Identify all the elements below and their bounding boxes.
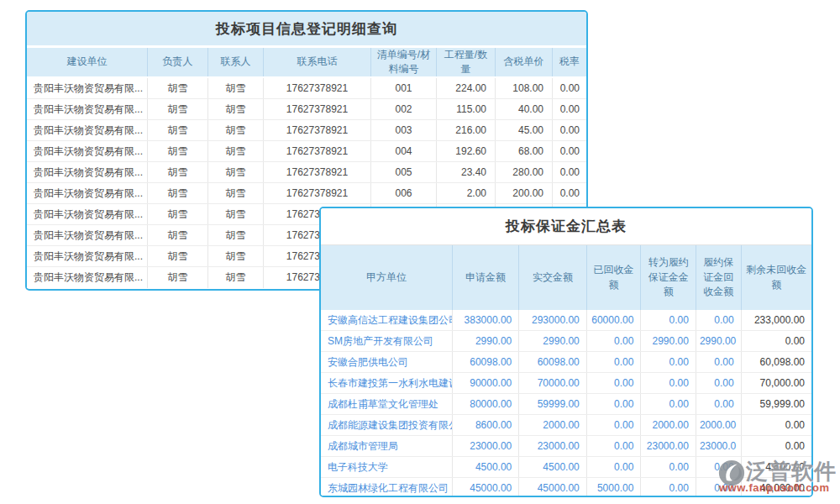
table-cell: 2000.00 [519,415,586,435]
table-cell: 0.00 [641,310,696,330]
table-cell: 0.00 [696,394,742,414]
table-cell: 胡雪 [148,141,208,161]
table-cell: 60098.00 [453,352,519,372]
table-cell: 胡雪 [208,225,264,245]
table-row[interactable]: 贵阳丰沃物资贸易有限...胡雪胡雪176273789210062.00200.0… [27,183,586,204]
table-cell: 90000.00 [453,373,519,393]
table-cell: 17627378921 [264,183,371,203]
column-header: 联系电话 [264,48,371,76]
table-cell: 2990.00 [641,331,696,351]
table-row[interactable]: 贵阳丰沃物资贸易有限...胡雪胡雪1762737892100523.40280.… [27,162,586,183]
table-cell: 2000.00 [641,415,696,435]
table-cell: 0.00 [696,457,742,477]
table-cell: 安徽合肥供电公司 [321,352,453,372]
table-row[interactable]: SM房地产开发有限公司2990.002990.000.002990.002990… [321,331,811,352]
table-cell: 胡雪 [208,120,264,140]
column-header: 履约保证金回收金额 [696,245,742,310]
column-header: 已回收金额 [587,245,642,310]
table-cell: 0.00 [553,162,586,182]
table-cell: 0.00 [641,457,696,477]
column-header: 负责人 [148,48,208,76]
table-cell: 60098.00 [519,352,586,372]
table-cell: 23000.0 [696,436,742,456]
table-cell: 胡雪 [208,141,264,161]
table-cell: 115.00 [437,99,496,119]
table-cell: 005 [371,162,437,182]
table-row[interactable]: 安徽合肥供电公司60098.0060098.000.000.000.0060,0… [321,352,811,373]
column-header: 申请金额 [453,245,519,310]
table-cell: 贵阳丰沃物资贸易有限... [27,78,148,98]
table-cell: 001 [371,78,437,98]
table-cell: 贵阳丰沃物资贸易有限... [27,141,148,161]
column-header: 建设单位 [27,48,148,76]
table-cell: 2990.00 [519,331,586,351]
table-cell: 贵阳丰沃物资贸易有限... [27,225,148,245]
table-cell: 0.00 [553,99,586,119]
table-row[interactable]: 安徽高信达工程建设集团公司383000.00293000.0060000.000… [321,310,811,331]
table-row[interactable]: 贵阳丰沃物资贸易有限...胡雪胡雪17627378921002115.0040.… [27,99,586,120]
bid-project-detail-title: 投标项目信息登记明细查询 [27,12,586,48]
table-cell: 0.00 [587,457,642,477]
table-cell: 0.00 [587,331,642,351]
table-cell: 胡雪 [208,162,264,182]
table-cell: 2.00 [437,183,496,203]
table-cell: 胡雪 [148,246,208,266]
table-cell: 233,000.00 [742,310,811,330]
table-row[interactable]: 贵阳丰沃物资贸易有限...胡雪胡雪17627378921004192.6068.… [27,141,586,162]
table-cell: 0.00 [696,310,742,330]
table-cell: 70000.00 [519,373,586,393]
bid-project-detail-header-row: 建设单位负责人联系人联系电话清单编号/材料编号工程量/数量含税单价税率 [27,48,586,78]
table-cell: 0.00 [587,373,642,393]
table-cell: 192.60 [437,141,496,161]
table-cell: 0.00 [742,331,811,351]
table-cell: 东城园林绿化工程有限公司 [321,478,453,497]
table-cell: SM房地产开发有限公司 [321,331,453,351]
table-cell: 45000.00 [453,478,519,497]
table-cell: 0.00 [553,183,586,203]
bid-deposit-summary-header-row: 甲方单位申请金额实交金额已回收金额转为履约保证金金额履约保证金回收金额剩余未回收… [321,245,811,310]
table-cell: 胡雪 [148,78,208,98]
table-cell: 成都杜甫草堂文化管理处 [321,394,453,414]
table-cell: 17627378921 [264,162,371,182]
table-cell: 45000.00 [519,478,586,497]
table-row[interactable]: 东城园林绿化工程有限公司45000.0045000.005000.000.000… [321,478,811,497]
table-row[interactable]: 贵阳丰沃物资贸易有限...胡雪胡雪17627378921003216.0045.… [27,120,586,141]
table-row[interactable]: 电子科技大学4500.004500.000.000.000.004,500.00 [321,457,811,478]
table-cell: 0.00 [742,415,811,435]
table-cell: 0.00 [696,352,742,372]
table-cell: 224.00 [437,78,496,98]
table-cell: 胡雪 [148,162,208,182]
table-row[interactable]: 长春市建投第一水利水电建设90000.0070000.000.000.000.0… [321,373,811,394]
table-cell: 8600.00 [453,415,519,435]
table-row[interactable]: 成都能源建设集团投资有限公8600.002000.000.002000.0020… [321,415,811,436]
table-row[interactable]: 成都城市管理局23000.0023000.000.0023000.0023000… [321,436,811,457]
column-header: 税率 [553,48,586,76]
table-cell: 0.00 [641,352,696,372]
table-cell: 4500.00 [453,457,519,477]
table-cell: 贵阳丰沃物资贸易有限... [27,204,148,224]
table-cell: 216.00 [437,120,496,140]
table-cell: 胡雪 [148,225,208,245]
column-header: 转为履约保证金金额 [641,245,696,310]
table-cell: 23.40 [437,162,496,182]
table-row[interactable]: 贵阳丰沃物资贸易有限...胡雪胡雪17627378921001224.00108… [27,78,586,99]
bid-deposit-summary-table: 投标保证金汇总表 甲方单位申请金额实交金额已回收金额转为履约保证金金额履约保证金… [319,207,813,497]
table-cell: 40.00 [496,99,553,119]
table-row[interactable]: 成都杜甫草堂文化管理处80000.0059999.000.000.000.005… [321,394,811,415]
table-cell: 23000.00 [519,436,586,456]
table-cell: 59,999.00 [742,394,811,414]
column-header: 实交金额 [519,245,586,310]
table-cell: 贵阳丰沃物资贸易有限... [27,162,148,182]
table-cell: 17627378921 [264,99,371,119]
table-cell: 004 [371,141,437,161]
table-cell: 280.00 [496,162,553,182]
table-cell: 0.00 [553,141,586,161]
table-cell: 0.00 [587,352,642,372]
table-cell: 胡雪 [148,204,208,224]
table-cell: 贵阳丰沃物资贸易有限... [27,246,148,266]
table-cell: 0.00 [553,120,586,140]
table-cell: 200.00 [496,183,553,203]
table-cell: 0.00 [696,373,742,393]
table-cell: 59999.00 [519,394,586,414]
table-cell: 0.00 [742,436,811,456]
